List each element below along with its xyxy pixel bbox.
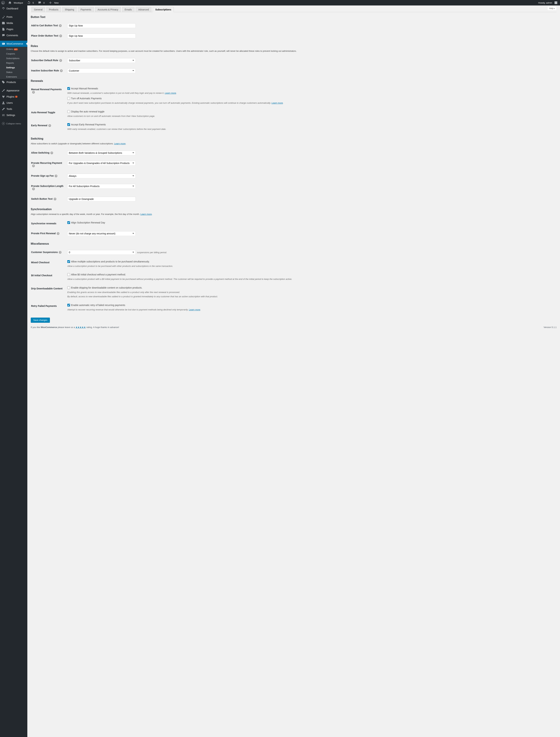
tab-payments[interactable]: Payments [78, 7, 94, 12]
prorate-first-label: Prorate First Renewal [31, 232, 56, 235]
learn-more-link[interactable]: Learn more [114, 142, 125, 145]
help-icon[interactable]: ? [59, 35, 62, 37]
plug-icon [2, 95, 5, 98]
place-order-input[interactable] [67, 33, 136, 38]
help-icon[interactable]: ? [32, 165, 35, 167]
mixed-checkout-checkbox[interactable]: Allow multiple subscriptions and product… [67, 260, 150, 263]
sync-renewals-checkbox[interactable]: Align Subscription Renewal Day [67, 221, 105, 224]
settings-tabs: General Products Shipping Payments Accou… [31, 5, 557, 12]
menu-users[interactable]: Users [0, 100, 27, 106]
learn-more-link[interactable]: Learn more [140, 213, 152, 215]
prorate-length-select[interactable]: For All Subscription Products [67, 184, 136, 189]
cust-susp-select[interactable]: 0 [67, 250, 136, 255]
switch-button-input[interactable] [67, 197, 136, 201]
help-icon[interactable]: ? [59, 24, 62, 27]
menu-appearance[interactable]: Appearance [0, 87, 27, 94]
submenu-extensions[interactable]: Extensions [0, 74, 27, 79]
help-icon[interactable]: ? [50, 152, 53, 154]
help-icon[interactable]: ? [59, 59, 62, 62]
menu-products[interactable]: Products [0, 79, 27, 85]
auto-toggle-checkbox[interactable]: Display the auto renewal toggle [67, 110, 104, 113]
brush-icon [2, 89, 5, 92]
svg-point-2 [3, 102, 4, 103]
help-icon[interactable]: ? [48, 124, 51, 127]
early-renewal-checkbox[interactable]: Accept Early Renewal Payments [67, 123, 106, 126]
zero-initial-checkbox[interactable]: Allow $0 initial checkout without a paym… [67, 273, 126, 276]
help-icon[interactable]: ? [59, 251, 62, 254]
menu-pages[interactable]: Pages [0, 26, 27, 32]
drip-desc2: By default, access to new downloadable f… [67, 295, 555, 298]
prorate-recurring-select[interactable]: For Upgrades & Downgrades of All Subscri… [67, 161, 136, 166]
allow-switching-select[interactable]: Between Both Variations & Grouped Subscr… [67, 151, 136, 155]
menu-media[interactable]: Media [0, 20, 27, 26]
rating-link[interactable]: ★★★★★ [76, 326, 86, 329]
menu-woocommerce[interactable]: WooCommerce [0, 41, 27, 47]
plus-icon [49, 1, 52, 4]
submenu-settings[interactable]: Settings [0, 65, 27, 70]
drip-checkbox[interactable]: Enable dripping for downloadable content… [67, 286, 142, 289]
help-tab[interactable]: Help [547, 6, 557, 10]
submenu-subscriptions[interactable]: Subscriptions [0, 56, 27, 61]
retry-label: Retry Failed Payments [31, 305, 57, 307]
submenu-status[interactable]: Status [0, 70, 27, 74]
submenu-woocommerce: Orders977 Coupons Subscriptions Reports … [0, 47, 27, 79]
add-to-cart-input[interactable] [67, 23, 136, 28]
menu-tools[interactable]: Tools [0, 106, 27, 112]
submenu-reports[interactable]: Reports [0, 61, 27, 65]
help-icon[interactable]: ? [54, 198, 56, 200]
tab-products[interactable]: Products [46, 7, 61, 12]
menu-plugins[interactable]: Plugins1 [0, 94, 27, 100]
menu-settings[interactable]: Settings [0, 112, 27, 118]
tab-accounts[interactable]: Accounts & Privacy [95, 7, 121, 12]
my-account[interactable]: Howdy, admin [536, 0, 559, 5]
updates-link[interactable]: 5 [26, 0, 37, 5]
collapse-menu[interactable]: Collapse menu [0, 120, 27, 127]
section-switching: Switching [31, 134, 557, 142]
footer-left: If you like WooCommerce please leave us … [31, 326, 119, 329]
collapse-icon [2, 122, 5, 125]
submenu-coupons[interactable]: Coupons [0, 51, 27, 56]
help-icon[interactable]: ? [55, 175, 57, 177]
learn-more-link[interactable]: Learn more [189, 308, 200, 311]
help-icon[interactable]: ? [57, 232, 59, 235]
main-content: Help General Products Shipping Payments … [27, 5, 560, 335]
comments-link[interactable]: 0 [37, 0, 47, 5]
section-misc: Miscellaneous [31, 239, 557, 247]
comment-icon [38, 1, 41, 4]
pin-icon [2, 15, 5, 19]
learn-more-link[interactable]: Learn more [165, 92, 176, 94]
help-icon[interactable]: ? [32, 188, 35, 190]
menu-dashboard[interactable]: Dashboard [0, 5, 27, 12]
admin-menu: Dashboard Posts Media Pages Comments Woo… [0, 5, 27, 335]
subscriber-role-label: Subscriber Default Role [31, 59, 58, 62]
zero-initial-desc: Allow a subscription product with a $0 i… [67, 277, 555, 281]
submenu-orders[interactable]: Orders977 [0, 47, 27, 51]
save-button[interactable]: Save changes [31, 318, 50, 323]
menu-posts[interactable]: Posts [0, 14, 27, 20]
roles-description: Choose the default roles to assign to ac… [31, 49, 557, 53]
tab-emails[interactable]: Emails [122, 7, 134, 12]
auto-toggle-label: Auto Renewal Toggle [31, 111, 55, 114]
tab-advanced[interactable]: Advanced [136, 7, 151, 12]
place-order-label: Place Order Button Text [31, 34, 58, 37]
add-to-cart-label: Add to Cart Button Text [31, 24, 58, 27]
help-icon[interactable]: ? [60, 69, 63, 72]
tab-general[interactable]: General [31, 7, 45, 12]
inactive-role-select[interactable]: Customer [67, 68, 136, 73]
tab-subscriptions[interactable]: Subscriptions [153, 7, 174, 12]
user-icon [2, 101, 5, 105]
subscriber-role-select[interactable]: Subscriber [67, 58, 136, 63]
new-content-link[interactable]: New [47, 0, 61, 5]
help-icon[interactable]: ? [32, 91, 35, 94]
turn-off-auto-checkbox[interactable]: Turn off Automatic Payments [67, 97, 102, 100]
prorate-signup-select[interactable]: Always [67, 174, 136, 178]
site-name-link[interactable]: Wootique [7, 0, 26, 5]
prorate-first-select[interactable]: Never (do not charge any recurring amoun… [67, 231, 136, 236]
tab-shipping[interactable]: Shipping [62, 7, 77, 12]
menu-comments[interactable]: Comments [0, 32, 27, 38]
auto-toggle-desc: Allow customers to turn on and off autom… [67, 114, 555, 118]
wp-logo[interactable] [0, 0, 7, 5]
accept-manual-checkbox[interactable]: Accept Manual Renewals [67, 87, 98, 90]
retry-checkbox[interactable]: Enable automatic retry of failed recurri… [67, 304, 125, 306]
learn-more-link[interactable]: Learn more [271, 102, 283, 104]
